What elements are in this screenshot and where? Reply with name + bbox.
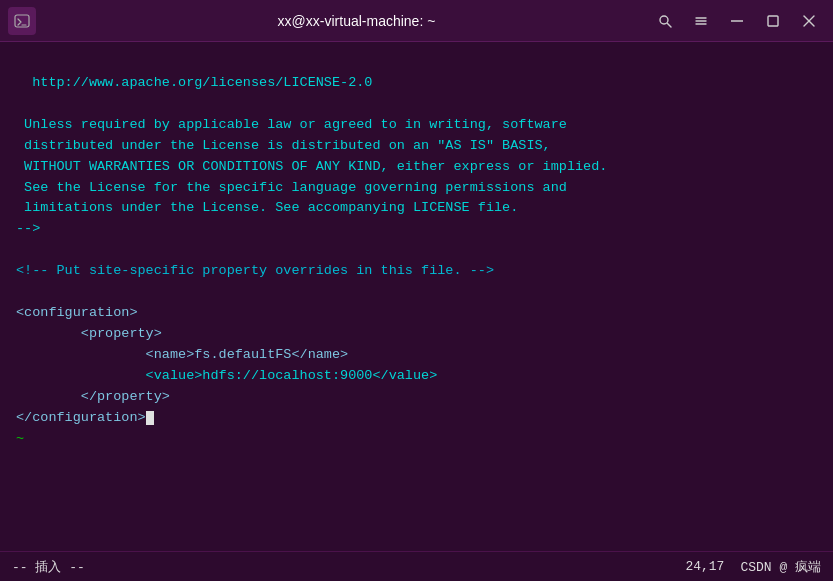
- window-controls: [645, 7, 825, 35]
- line-config-open: <configuration>: [16, 303, 817, 324]
- svg-rect-8: [768, 16, 778, 26]
- terminal-icon: [8, 7, 36, 35]
- line-property-open: <property>: [16, 324, 817, 345]
- line-property-close: </property>: [16, 387, 817, 408]
- line-comment-close: -->: [16, 219, 817, 240]
- titlebar: xx@xx-virtual-machine: ~: [0, 0, 833, 42]
- line-blank-4: [16, 282, 817, 303]
- vim-mode: -- 插入 --: [12, 558, 85, 576]
- search-button[interactable]: [649, 7, 681, 35]
- cursor-position: 24,17: [685, 559, 724, 574]
- window-title: xx@xx-virtual-machine: ~: [68, 13, 645, 29]
- text-cursor: [146, 411, 154, 425]
- minimize-button[interactable]: [721, 7, 753, 35]
- line-blank-3: [16, 240, 817, 261]
- line-license-4: See the License for the specific languag…: [16, 178, 817, 199]
- line-license-2: distributed under the License is distrib…: [16, 136, 817, 157]
- statusbar: -- 插入 -- 24,17 CSDN @ 疯端: [0, 551, 833, 581]
- line-config-close: </configuration>: [16, 408, 817, 429]
- maximize-button[interactable]: [757, 7, 789, 35]
- close-button[interactable]: [793, 7, 825, 35]
- statusbar-right: 24,17 CSDN @ 疯端: [685, 558, 821, 576]
- line-license-3: WITHOUT WARRANTIES OR CONDITIONS OF ANY …: [16, 157, 817, 178]
- svg-line-3: [668, 23, 672, 27]
- source-label: CSDN @ 疯端: [740, 558, 821, 576]
- line-name: <name>fs.defaultFS</name>: [16, 345, 817, 366]
- line-license-1: Unless required by applicable law or agr…: [16, 115, 817, 136]
- line-site-comment: <!-- Put site-specific property override…: [16, 261, 817, 282]
- menu-button[interactable]: [685, 7, 717, 35]
- line-license-5: limitations under the License. See accom…: [16, 198, 817, 219]
- line-tilde: ~: [16, 429, 817, 450]
- titlebar-left: [8, 7, 68, 35]
- line-url: http://www.apache.org/licenses/LICENSE-2…: [16, 73, 817, 94]
- line-blank-1: [16, 52, 817, 73]
- terminal-content[interactable]: http://www.apache.org/licenses/LICENSE-2…: [0, 42, 833, 551]
- svg-point-2: [660, 16, 668, 24]
- line-value: <value>hdfs://localhost:9000</value>: [16, 366, 817, 387]
- line-blank-2: [16, 94, 817, 115]
